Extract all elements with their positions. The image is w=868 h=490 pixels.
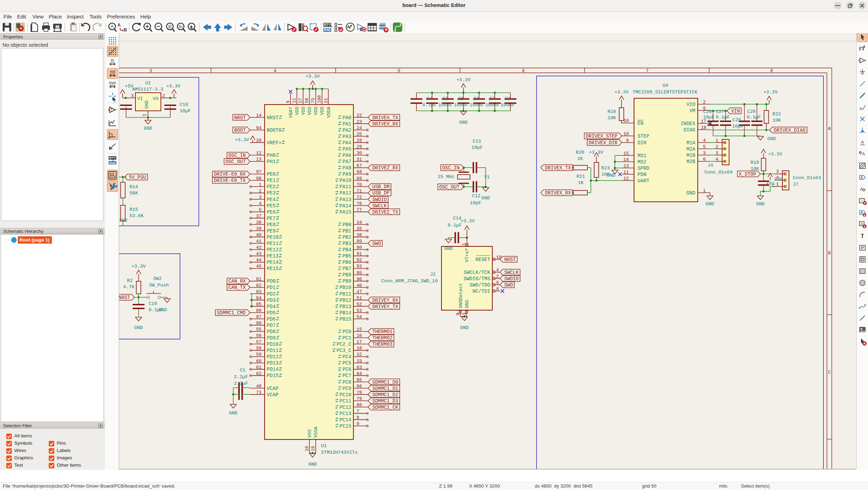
svg-text:+3.3V: +3.3V — [764, 90, 778, 95]
svg-text:C: C — [772, 183, 775, 189]
svg-text:C10: C10 — [149, 301, 157, 306]
svg-text:1: 1 — [703, 188, 706, 193]
svg-text:54: 54 — [357, 314, 362, 320]
svg-text:GND: GND — [134, 325, 143, 330]
svg-text:10K: 10K — [773, 118, 781, 123]
svg-text:NC/TDI: NC/TDI — [472, 289, 490, 294]
svg-text:2.2µF: 2.2µF — [234, 374, 248, 380]
svg-text:28: 28 — [357, 138, 362, 143]
svg-text:R18: R18 — [751, 160, 759, 165]
svg-text:GND: GND — [482, 196, 490, 201]
svg-text:R20: R20 — [576, 150, 584, 155]
svg-text:DRIVEZ_RX: DRIVEZ_RX — [372, 166, 398, 171]
svg-text:1: 1 — [259, 182, 261, 187]
svg-text:71: 71 — [357, 189, 362, 194]
svg-text:82: 82 — [256, 283, 261, 288]
svg-text:61: 61 — [256, 365, 261, 370]
svg-text:PE12: PE12 — [267, 247, 279, 253]
svg-text:STM32H743VITx: STM32H743VITx — [321, 450, 358, 455]
svg-text:PB9: PB9 — [342, 278, 351, 284]
svg-text:VSSA: VSSA — [313, 426, 319, 438]
svg-text:PE1: PE1 — [267, 178, 276, 183]
svg-text:10µF: 10µF — [732, 124, 743, 129]
svg-text:GND: GND — [756, 201, 765, 207]
svg-text:PA0: PA0 — [342, 115, 351, 121]
svg-text:mil: mil — [110, 69, 115, 74]
svg-text:VTref: VTref — [464, 248, 470, 262]
svg-text:10µF: 10µF — [180, 108, 191, 114]
svg-text:PA14: PA14 — [339, 203, 351, 209]
svg-text:PC0: PC0 — [342, 329, 351, 335]
svg-text:C29: C29 — [747, 109, 756, 114]
svg-text:C28: C28 — [733, 117, 741, 123]
svg-text:PA11: PA11 — [339, 184, 351, 190]
svg-text:MS1: MS1 — [638, 153, 647, 159]
svg-text:GND: GND — [144, 100, 149, 109]
svg-text:PC7: PC7 — [342, 373, 351, 378]
svg-text:8: 8 — [770, 69, 773, 74]
svg-text:in: in — [111, 58, 114, 63]
svg-text:R15: R15 — [130, 207, 138, 212]
svg-text:10: 10 — [496, 255, 502, 260]
svg-text:3: 3 — [715, 151, 718, 156]
svg-text:8: 8 — [496, 286, 499, 292]
svg-text:6: 6 — [522, 69, 525, 74]
svg-text:R??: R?? — [109, 156, 116, 160]
svg-text:PC6: PC6 — [342, 367, 351, 372]
svg-text:PB3: PB3 — [342, 241, 351, 246]
svg-text:PB13: PB13 — [339, 304, 351, 309]
svg-text:GND: GND — [686, 190, 695, 196]
svg-text:VREF+: VREF+ — [267, 140, 282, 146]
svg-text:4: 4 — [259, 201, 261, 206]
svg-text:4.7K: 4.7K — [123, 284, 135, 290]
svg-text:PA10: PA10 — [339, 178, 351, 183]
svg-text:10K: 10K — [608, 115, 616, 121]
svg-text:4: 4 — [496, 268, 499, 273]
svg-text:25: 25 — [357, 132, 362, 137]
svg-text:U1: U1 — [321, 443, 327, 449]
svg-text:SWDIO: SWDIO — [372, 197, 386, 202]
svg-text:PB12: PB12 — [339, 298, 351, 303]
svg-text:100: 100 — [317, 95, 322, 103]
svg-text:79: 79 — [357, 396, 362, 401]
svg-text:96: 96 — [357, 277, 362, 282]
svg-text:PB11: PB11 — [339, 291, 351, 297]
svg-text:3: 3 — [259, 195, 261, 200]
svg-text:SPRD: SPRD — [638, 166, 649, 171]
svg-text:Conn_01x03: Conn_01x03 — [793, 175, 821, 181]
svg-text:18: 18 — [701, 125, 706, 130]
svg-text:55: 55 — [256, 327, 261, 332]
svg-text:VIO: VIO — [686, 102, 695, 107]
svg-text:19: 19 — [311, 446, 316, 451]
svg-text:A: A — [860, 210, 863, 215]
svg-text:R2: R2 — [127, 278, 133, 283]
svg-text:5: 5 — [398, 69, 400, 74]
svg-text:C5: C5 — [458, 96, 464, 101]
svg-text:PA6: PA6 — [342, 153, 351, 158]
svg-text:69: 69 — [357, 176, 362, 181]
svg-text:1: 1 — [776, 182, 779, 187]
svg-text:24: 24 — [357, 125, 362, 131]
svg-text:2: 2 — [162, 93, 165, 99]
svg-text:53: 53 — [357, 308, 362, 313]
svg-text:THERMO2: THERMO2 — [372, 336, 392, 341]
svg-text:C1: C1 — [240, 368, 245, 373]
svg-text:14: 14 — [623, 157, 629, 162]
svg-text:mm: mm — [109, 81, 116, 85]
svg-text:92: 92 — [357, 258, 362, 263]
svg-text:SDMMC1_CK: SDMMC1_CK — [372, 405, 398, 410]
svg-text:87: 87 — [256, 314, 261, 320]
svg-text:PB2: PB2 — [342, 235, 351, 240]
svg-text:PA7: PA7 — [342, 159, 351, 164]
svg-text:SWDIO/TMS: SWDIO/TMS — [463, 276, 490, 282]
svg-text:PD9: PD9 — [267, 335, 276, 341]
svg-text:SDMMC1_D2: SDMMC1_D2 — [372, 392, 398, 398]
svg-text:R14: R14 — [130, 184, 138, 190]
svg-text:+3.3V: +3.3V — [589, 150, 603, 155]
svg-text:UART: UART — [638, 178, 649, 184]
svg-text:VDD: VDD — [301, 107, 306, 115]
svg-text:PC11: PC11 — [339, 398, 351, 404]
svg-text:SDMMC1_D3: SDMMC1_D3 — [372, 399, 398, 404]
svg-text:C8: C8 — [505, 96, 510, 101]
svg-text:PA8: PA8 — [342, 165, 351, 171]
